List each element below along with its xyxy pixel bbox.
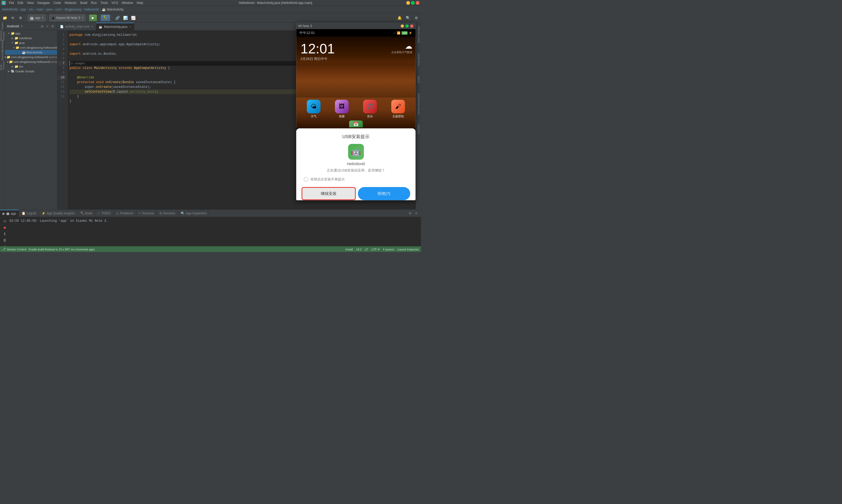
usb-remember-checkbox[interactable] <box>304 177 308 182</box>
maximize-button[interactable]: □ <box>411 1 415 5</box>
run-button[interactable]: ▶ <box>89 15 97 21</box>
tree-item-package-test[interactable]: ▶ 📁 com.dingjiaxiong.helloworld (test) <box>5 59 57 64</box>
tree-item-gradle[interactable]: ▶ 🐘 Gradle Scripts <box>5 69 57 74</box>
menu-run[interactable]: Run <box>89 1 98 5</box>
bottom-tab-terminal[interactable]: > Terminal <box>136 210 157 217</box>
breadcrumb-com[interactable]: com <box>55 7 61 11</box>
status-encoding[interactable]: UTF-8 <box>371 248 379 251</box>
expand-arrow-java[interactable]: ▼ <box>11 41 14 44</box>
tab-activity-main-xml[interactable]: 📄 activity_main.xml ✕ <box>57 23 96 31</box>
project-dropdown-icon[interactable]: ▼ <box>20 25 23 28</box>
expand-arrow-package[interactable]: ▼ <box>13 46 16 49</box>
phone-weather-tap[interactable]: 点击获取天气数据 <box>391 51 412 54</box>
breadcrumb-helloworld[interactable]: HelloWorld <box>2 7 17 11</box>
status-indent[interactable]: 4 spaces <box>383 248 394 251</box>
sidebar-build-variants-icon[interactable]: Build Variants <box>0 64 4 68</box>
sidebar-project-icon[interactable]: Project <box>0 24 4 28</box>
panel-scope-btn[interactable]: ⊞ <box>40 24 44 29</box>
menu-edit[interactable]: Edit <box>16 1 25 5</box>
usb-install-button[interactable]: 继续安装 <box>302 187 356 200</box>
bottom-tab-build[interactable]: 🔨 Build <box>78 210 95 217</box>
menu-refactor[interactable]: Refactor <box>63 1 78 5</box>
phone-app-photos[interactable]: 🖼 相册 <box>335 100 348 119</box>
bottom-tab-app-inspection[interactable]: 🔍 App Inspection <box>178 210 210 217</box>
phone-app-weather[interactable]: 🌤 天气 <box>307 100 321 119</box>
panel-collapse-btn[interactable]: ≡ <box>45 24 50 29</box>
menu-code[interactable]: Code <box>52 1 62 5</box>
toolbar-project-view-btn[interactable]: 📁 <box>1 14 8 22</box>
breadcrumb-src[interactable]: src <box>29 7 33 11</box>
breadcrumb-java[interactable]: java <box>47 7 52 11</box>
menu-navigate[interactable]: Navigate <box>36 1 51 5</box>
device-close-btn[interactable] <box>410 24 413 28</box>
tree-item-res[interactable]: ▶ 📁 res <box>5 64 57 69</box>
bottom-stop-btn[interactable]: ■ <box>2 225 7 230</box>
right-icon-device-file-explorer[interactable]: Device File Explorer <box>417 91 420 116</box>
menu-tools[interactable]: Tools <box>99 1 109 5</box>
tree-item-mainactivity[interactable]: ▶ ☕ MainActivity <box>5 50 57 55</box>
bottom-tab-logcat[interactable]: 📋 Logcat <box>19 210 39 217</box>
bottom-scroll-output-btn[interactable]: ⬇ <box>2 231 7 236</box>
tree-item-java[interactable]: ▼ 📁 java <box>5 40 57 45</box>
expand-arrow-manifests[interactable]: ▶ <box>11 37 14 39</box>
breadcrumb-main[interactable]: main <box>37 7 43 11</box>
tree-item-app[interactable]: ▼ 📁 app <box>5 31 57 36</box>
menu-view[interactable]: View <box>25 1 35 5</box>
bottom-tab-services[interactable]: ⚙ Services <box>157 210 178 217</box>
breadcrumb-helloworld2[interactable]: helloworld <box>85 7 99 11</box>
phone-app-music[interactable]: 🎵 音乐 <box>363 100 377 119</box>
right-icon-device-manager[interactable]: Device Manager <box>417 24 420 45</box>
sidebar-bookmarks-icon[interactable]: Bookmarks <box>0 44 4 48</box>
tree-item-package-androidtest[interactable]: ▶ 📁 com.dingjiaxiong.helloworld (android… <box>5 55 57 59</box>
toolbar-ide-settings-btn[interactable]: ⚙ <box>413 14 420 22</box>
right-icon-notifications[interactable]: Notifications <box>417 51 420 68</box>
status-install[interactable]: Install <box>345 248 353 251</box>
phone-app-theme[interactable]: 🖌 主题壁纸 <box>391 100 405 119</box>
minimize-button[interactable]: – <box>406 1 410 5</box>
toolbar-sync-btn[interactable]: ⟲ <box>9 14 16 22</box>
panel-settings-btn[interactable]: ⚙ <box>50 24 55 29</box>
breadcrumb-app[interactable]: app <box>20 7 26 11</box>
status-version-control[interactable]: ⎇ Version Control <box>2 248 26 251</box>
tree-item-package-main[interactable]: ▼ 📁 com.dingjiaxiong.helloworld <box>5 45 57 50</box>
right-icon-gradle[interactable]: Gradle <box>417 74 420 85</box>
expand-arrow-gradle[interactable]: ▶ <box>7 70 11 73</box>
device-selector[interactable]: 📱 Xiaomi Mi Note 3 ▼ <box>49 15 86 21</box>
expand-arrow-test[interactable]: ▶ <box>7 60 9 63</box>
bottom-settings-btn[interactable]: ⚙ <box>407 211 413 216</box>
bottom-tab-run[interactable]: ▶ 🤖 app <box>0 210 19 217</box>
toolbar-attach-btn[interactable]: 🔗 <box>114 14 121 22</box>
expand-arrow-androidtest[interactable]: ▶ <box>5 56 6 58</box>
breadcrumb-ding[interactable]: dingjiaxiong <box>65 7 81 11</box>
bottom-rerun-btn[interactable]: ⟲ <box>2 219 7 224</box>
bottom-tab-app-quality[interactable]: ⚡ App Quality Insights <box>39 210 78 217</box>
tab-close-xml[interactable]: ✕ <box>91 25 93 29</box>
expand-arrow-res[interactable]: ▶ <box>11 65 14 68</box>
menu-file[interactable]: File <box>7 1 16 5</box>
menu-window[interactable]: Window <box>120 1 135 5</box>
device-minimize-btn[interactable] <box>401 24 404 28</box>
usb-reject-button[interactable]: 拒绝(7) <box>358 187 411 200</box>
toolbar-settings-btn[interactable]: ⚙ <box>17 14 24 22</box>
toolbar-update-btn[interactable]: 🔔 <box>396 14 403 22</box>
toolbar-coverage-btn[interactable]: 📊 <box>122 14 129 22</box>
close-button[interactable]: ✕ <box>416 1 419 5</box>
tree-item-manifests[interactable]: ▶ 📁 manifests <box>5 36 57 40</box>
menu-vcs[interactable]: VCS <box>110 1 120 5</box>
expand-arrow-app[interactable]: ▼ <box>7 32 11 35</box>
tab-mainactivity-java[interactable]: ☕ MainActivity.java ✕ <box>96 23 134 31</box>
toolbar-search-btn[interactable]: 🔍 <box>404 14 412 22</box>
debug-button[interactable]: 🐛 <box>101 15 110 21</box>
bottom-settings2-btn[interactable]: ≡ <box>2 244 7 246</box>
toolbar-profile-btn[interactable]: 📈 <box>129 14 137 22</box>
menu-help[interactable]: Help <box>135 1 145 5</box>
sidebar-structure-icon[interactable]: Structure <box>0 54 4 58</box>
bottom-tab-problems[interactable]: ⚠ Problems <box>113 210 136 217</box>
status-layout-inspector[interactable]: Layout Inspector <box>398 248 419 251</box>
device-maximize-btn[interactable] <box>406 24 409 28</box>
tab-close-java[interactable]: ✕ <box>129 25 131 29</box>
bottom-tab-todo[interactable]: ✓ TODO <box>95 210 113 217</box>
status-line-ending[interactable]: LF <box>365 248 369 251</box>
app-selector[interactable]: 🤖 app ▼ <box>28 15 46 21</box>
menu-build[interactable]: Build <box>79 1 89 5</box>
